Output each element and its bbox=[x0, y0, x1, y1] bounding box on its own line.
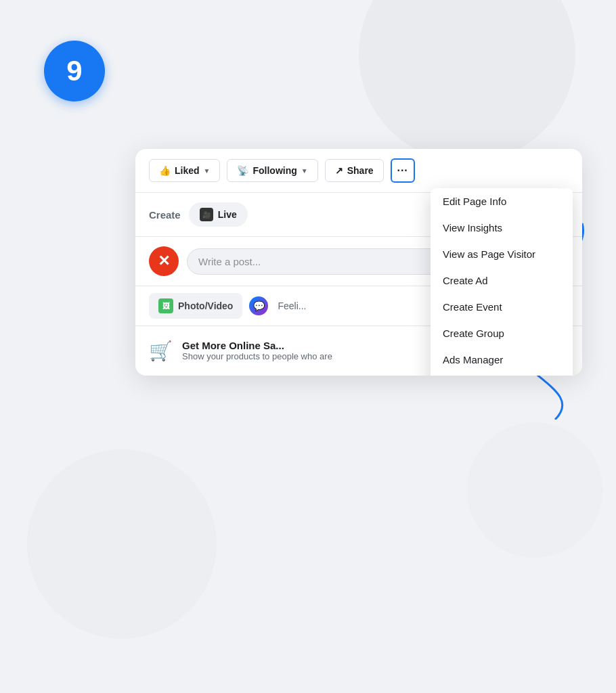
dropdown-item-view-as-page-visitor[interactable]: View as Page Visitor bbox=[431, 241, 573, 267]
dropdown-item-create-page[interactable]: Create Page bbox=[431, 373, 573, 376]
following-icon: 📡 bbox=[237, 165, 248, 176]
bg-decoration-3 bbox=[467, 422, 602, 558]
promo-text: Get More Online Sa... Show your products… bbox=[182, 340, 332, 361]
toolbar-row: 👍 Liked ▼ 📡 Following ▼ ↗ Share ··· Edit… bbox=[135, 149, 582, 193]
thumbs-up-icon: 👍 bbox=[159, 165, 171, 176]
dropdown-item-view-insights[interactable]: View Insights bbox=[431, 215, 573, 241]
promo-title: Get More Online Sa... bbox=[182, 340, 332, 351]
photo-icon: 🖼 bbox=[158, 298, 173, 313]
dropdown-item-create-ad[interactable]: Create Ad bbox=[431, 267, 573, 294]
bg-decoration-2 bbox=[27, 449, 217, 639]
step-badge: 9 bbox=[44, 41, 105, 102]
step-number: 9 bbox=[66, 55, 82, 87]
following-button[interactable]: 📡 Following ▼ bbox=[227, 159, 317, 182]
dropdown-item-create-group[interactable]: Create Group bbox=[431, 320, 573, 346]
dropdown-item-create-event[interactable]: Create Event bbox=[431, 294, 573, 320]
following-caret-icon: ▼ bbox=[301, 167, 308, 175]
more-dots-icon: ··· bbox=[397, 164, 408, 177]
liked-caret-icon: ▼ bbox=[204, 167, 211, 175]
promo-description: Show your products to people who are bbox=[182, 351, 332, 361]
live-button[interactable]: 🎥 Live bbox=[189, 202, 248, 227]
liked-label: Liked bbox=[175, 165, 200, 176]
live-camera-icon: 🎥 bbox=[200, 208, 213, 221]
more-options-button[interactable]: ··· bbox=[391, 158, 415, 183]
post-placeholder: Write a post... bbox=[198, 256, 261, 267]
share-label: Share bbox=[347, 165, 374, 176]
feeling-label: Feeli... bbox=[278, 300, 306, 311]
dropdown-item-ads-manager[interactable]: Ads Manager bbox=[431, 346, 573, 373]
avatar: ✕ bbox=[149, 246, 179, 276]
liked-button[interactable]: 👍 Liked ▼ bbox=[149, 159, 220, 182]
dropdown-item-edit-page-info[interactable]: Edit Page Info bbox=[431, 188, 573, 215]
cart-icon: 🛒 bbox=[149, 340, 173, 362]
main-card: 👍 Liked ▼ 📡 Following ▼ ↗ Share ··· Edit… bbox=[135, 149, 582, 376]
share-icon: ↗ bbox=[335, 165, 343, 176]
bg-decoration-1 bbox=[359, 0, 575, 162]
live-label: Live bbox=[218, 209, 237, 220]
create-label: Create bbox=[149, 209, 181, 221]
messenger-icon[interactable]: 💬 bbox=[249, 296, 268, 315]
photo-video-label: Photo/Video bbox=[178, 300, 233, 311]
share-button[interactable]: ↗ Share bbox=[325, 159, 384, 182]
photo-video-button[interactable]: 🖼 Photo/Video bbox=[149, 293, 242, 319]
dropdown-menu: Edit Page Info View Insights View as Pag… bbox=[431, 188, 573, 376]
following-label: Following bbox=[252, 165, 296, 176]
